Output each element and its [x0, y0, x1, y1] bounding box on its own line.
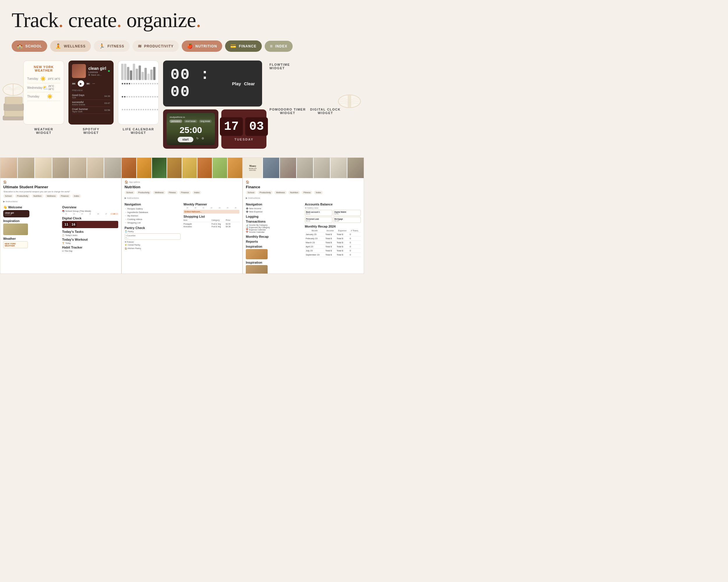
finance-tab-fitness[interactable]: Fitness: [302, 191, 312, 194]
shop-price-2: $4.38: [226, 225, 239, 227]
finance-tab-productivity[interactable]: Productivity: [258, 191, 272, 194]
income-feb: Total $: [324, 237, 336, 241]
right-widgets-column: 00 : 00 Play Clear: [163, 60, 341, 149]
student-tab-productivity[interactable]: Productivity: [15, 194, 30, 198]
calendar-bar-chart: [121, 63, 156, 81]
pomodoro-start-button[interactable]: start: [178, 137, 193, 142]
expense-calendar: 📅 Expense Calendar: [246, 229, 302, 231]
finance-tab-wellness[interactable]: Wellness: [274, 191, 287, 194]
inspiration-image: [3, 223, 28, 235]
tab-school[interactable]: 🏫 SCHOOL: [11, 40, 47, 52]
more-options-icon[interactable]: ···: [92, 82, 95, 86]
nutrition-tab-label: NUTRITION: [196, 44, 217, 48]
weather-day-tue: Tuesday: [27, 77, 38, 80]
nutrition-tab-finance[interactable]: Finance: [179, 191, 191, 194]
pomodoro-refresh-icon[interactable]: ↻: [196, 137, 199, 142]
new-income-link[interactable]: ➕ New Income: [246, 207, 302, 210]
pom-tab-pomodoro[interactable]: pomodoro: [170, 119, 182, 123]
finance-tab-nutrition[interactable]: Nutrition: [288, 191, 300, 194]
instructions-link[interactable]: ▶ Instructions: [3, 200, 118, 203]
nutrition-instructions-link[interactable]: ▶ Instructions: [125, 197, 240, 199]
cooking-videos-link[interactable]: Cooking videos: [125, 217, 181, 221]
student-tab-nutrition[interactable]: Nutrition: [32, 194, 43, 198]
shop-cat-1: Fruit & Veg: [211, 223, 225, 225]
recipes-gallery-link[interactable]: Recipes Gallery: [125, 207, 181, 211]
shopping-list-link[interactable]: Shopping List: [125, 221, 181, 224]
productivity-tab-label: PRODUCTIVITY: [144, 44, 174, 48]
svg-rect-2: [4, 104, 24, 111]
tab-productivity[interactable]: ≋ PRODUCTIVITY: [132, 40, 179, 52]
finance-content: 🏠 Finance School Productivity Wellness N…: [243, 178, 364, 274]
next-track-icon[interactable]: ⏭: [86, 82, 90, 86]
account-name-3: Personal Loan: [306, 218, 331, 220]
col-price: Price: [226, 219, 239, 221]
nutrition-tab-school[interactable]: School: [125, 191, 135, 194]
tab-fitness[interactable]: 🏃 FITNESS: [94, 40, 130, 52]
finance-tab-school[interactable]: School: [246, 191, 256, 194]
play-button-spotify[interactable]: ▶: [78, 80, 84, 87]
new-expense-link[interactable]: ➕ New Expense: [246, 210, 302, 213]
weather-title: NEW YORK WEATHER: [27, 65, 60, 72]
wp-day-21: 21: [200, 207, 207, 209]
trans-apr: 0: [349, 245, 361, 249]
pomodoro-settings-icon[interactable]: ⚙: [202, 137, 204, 142]
pom-tab-short[interactable]: short break: [184, 119, 198, 123]
income-jan: Total $: [324, 232, 336, 237]
pom-tab-long[interactable]: long break: [199, 119, 212, 123]
headline-create: create: [68, 8, 116, 32]
dot-2: .: [116, 8, 122, 32]
student-photo-5: [70, 158, 86, 178]
nutrition-nav-tabs[interactable]: School Productivity Wellness Fitness Fin…: [125, 191, 240, 194]
digital-clock-preview-section: Digital Clock: [62, 217, 118, 220]
nutrition-tab-wellness[interactable]: Wellness: [153, 191, 165, 194]
tab-wellness[interactable]: 🧘 WELLNESS: [50, 40, 91, 52]
finance-nav-tabs[interactable]: School Productivity Wellness Nutrition F…: [246, 191, 361, 194]
life-calendar-widget: [118, 60, 159, 124]
tab-index[interactable]: ≡ INDEX: [265, 41, 293, 52]
mini-clock-min: 16: [71, 222, 77, 227]
student-tab-index[interactable]: Index: [72, 194, 81, 198]
nutrition-tab-index[interactable]: Index: [192, 191, 201, 194]
school-tab-label: SCHOOL: [25, 44, 42, 48]
dot-1: .: [58, 8, 63, 32]
weather-widget-label: WEATHERWIDGET: [34, 128, 53, 134]
song-name-1: Good Days: [72, 94, 84, 96]
prev-track-icon[interactable]: ⏮: [72, 82, 75, 86]
finance-tab-index[interactable]: Index: [314, 191, 323, 194]
student-nav-tabs[interactable]: School Productivity Nutrition Wellness F…: [3, 194, 118, 198]
month-apr: April 23: [305, 245, 325, 249]
fitness-tab-label: FITNESS: [107, 44, 124, 48]
nutrition-tab-fitness[interactable]: Fitness: [167, 191, 178, 194]
play-button[interactable]: Play: [232, 81, 241, 86]
finance-photo-7: [347, 158, 364, 178]
nav-tabs-container: 🏫 SCHOOL 🧘 WELLNESS 🏃 FITNESS ≋ PRODUCTI…: [0, 35, 364, 58]
finance-instructions-link[interactable]: ▶ Instructions: [246, 197, 361, 199]
month-jul: July 23: [305, 249, 325, 253]
tab-finance[interactable]: 💳 FINANCE: [225, 40, 261, 52]
wellness-tab-label: WELLNESS: [64, 44, 86, 48]
finance-inspiration-2-section: Inspiration: [246, 261, 302, 264]
spotify-controls[interactable]: ⏮ ▶ ⏭ ···: [72, 80, 110, 87]
clock-minute: 03: [245, 117, 268, 136]
shop-item-2: Avocados: [183, 225, 211, 227]
weather-widget-wrapper: NEW YORK WEATHER Tuesday ☀️ 23°C 16°C We…: [23, 60, 64, 134]
calendar-dot-grid: [121, 82, 156, 122]
finance-title: Finance: [246, 185, 361, 189]
finance-two-col: Navigation ➕ New Income ➕ New Expense Lo…: [246, 201, 361, 274]
income-calendar: 📅 Income Calendar: [246, 231, 302, 233]
clear-button[interactable]: Clear: [244, 81, 255, 86]
cal-cell-2: 23: [70, 213, 78, 215]
student-tab-finance[interactable]: Finance: [59, 194, 71, 198]
tab-nutrition[interactable]: 🍎 NUTRITION: [182, 40, 222, 52]
shop-item-1: Pineapple: [183, 223, 211, 225]
ingredients-db-link[interactable]: Ingredients Database: [125, 211, 181, 214]
book-decoration-left: [1, 72, 28, 137]
my-kitchen-link[interactable]: My Kitchen: [125, 214, 181, 217]
weather-day-thu: Thursday: [27, 95, 39, 98]
pantry-item-cucumber: • Cucumber: [126, 234, 179, 237]
student-tab-wellness[interactable]: Wellness: [45, 194, 57, 198]
app-options-link[interactable]: App options: [129, 181, 140, 183]
home-icon: 🏠: [3, 181, 7, 184]
student-tab-school[interactable]: School: [3, 194, 14, 198]
nutrition-tab-productivity[interactable]: Productivity: [136, 191, 151, 194]
